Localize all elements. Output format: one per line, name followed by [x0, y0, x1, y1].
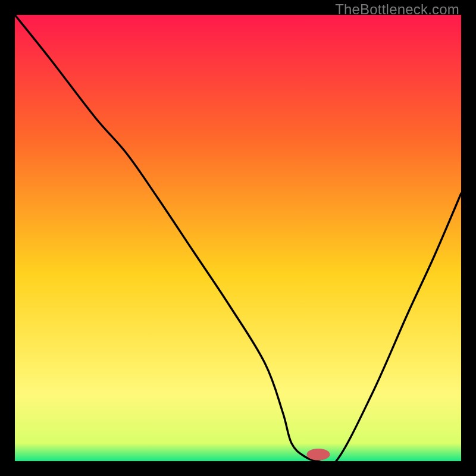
optimal-marker: [307, 449, 330, 461]
gradient-background: [15, 15, 461, 461]
plot-area: [15, 15, 461, 461]
chart-frame: TheBottleneck.com: [0, 0, 476, 476]
bottleneck-chart: [15, 15, 461, 461]
